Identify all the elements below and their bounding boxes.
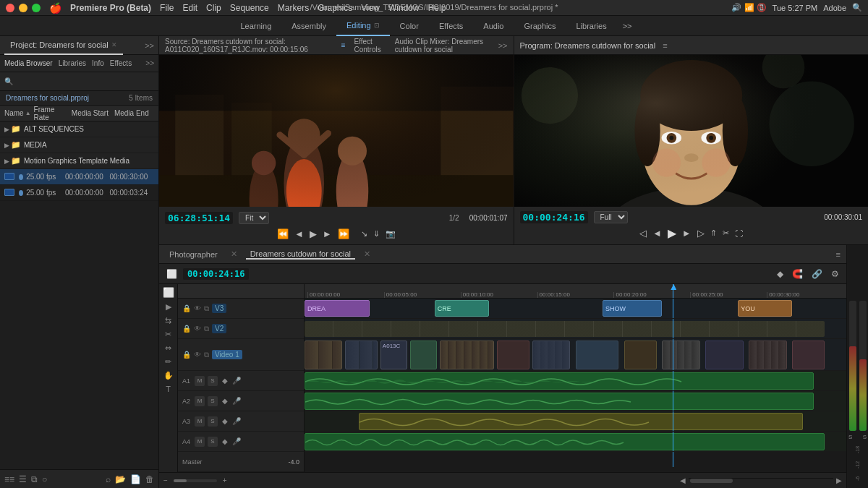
- tab-color[interactable]: Color: [390, 16, 429, 36]
- source-export-btn[interactable]: 📷: [386, 229, 396, 239]
- a2-audio-clip[interactable]: [305, 393, 814, 410]
- list-item[interactable]: ▶ 📁 MEDIA: [0, 137, 158, 153]
- col-end-header[interactable]: Media End: [114, 109, 154, 117]
- a4-mute-btn[interactable]: M: [195, 437, 205, 447]
- menu-sequence[interactable]: Sequence: [230, 3, 269, 13]
- v1-clip-1[interactable]: [305, 341, 342, 369]
- subtab-info[interactable]: Info: [92, 59, 104, 67]
- tl-scroll-left-btn[interactable]: ◀: [680, 476, 686, 484]
- v3-label[interactable]: V3: [212, 304, 226, 313]
- a4-solo-btn[interactable]: S: [208, 437, 218, 447]
- v3-lock-icon[interactable]: 🔒: [182, 304, 191, 312]
- project-tab-close[interactable]: ✕: [111, 41, 117, 48]
- tab-audio[interactable]: Audio: [473, 16, 514, 36]
- v1-clip-7[interactable]: [532, 341, 570, 369]
- v1-label[interactable]: Video 1: [212, 350, 242, 359]
- program-monitor-menu[interactable]: ≡: [663, 41, 667, 50]
- timeline-tab-dreamers[interactable]: Dreamers cutdown for social: [246, 249, 355, 260]
- track-a4-content[interactable]: [305, 432, 846, 452]
- v2-eye-icon[interactable]: 👁: [194, 325, 201, 333]
- v1-clip-4[interactable]: [410, 341, 437, 369]
- v1-clip-5[interactable]: [440, 341, 494, 369]
- tl-snap-btn[interactable]: 🧲: [789, 267, 806, 281]
- clip-show[interactable]: SHOW: [603, 300, 662, 317]
- panel-freeform-btn[interactable]: ⧉: [31, 474, 38, 484]
- tab-graphics[interactable]: Graphics: [514, 16, 566, 36]
- tool-forward[interactable]: ▶: [166, 302, 171, 312]
- tab-assembly[interactable]: Assembly: [281, 16, 336, 36]
- source-overwrite-btn[interactable]: ⇓: [373, 229, 380, 239]
- prog-step-back-btn[interactable]: ◄: [652, 228, 662, 239]
- prog-fullscreen-btn[interactable]: ⛶: [735, 229, 743, 238]
- close-button[interactable]: [6, 4, 14, 12]
- a3-solo-btn[interactable]: S: [208, 416, 218, 427]
- tl-selection-btn[interactable]: ⬜: [163, 267, 180, 281]
- tl-add-marker-btn[interactable]: ◆: [774, 267, 786, 281]
- a1-solo-btn[interactable]: S: [208, 376, 218, 386]
- v1-clip-11[interactable]: [705, 341, 743, 369]
- panel-delete-btn[interactable]: 🗑: [145, 474, 154, 484]
- v1-clip-3[interactable]: A013C: [380, 341, 407, 369]
- source-mark-out-btn[interactable]: ⏩: [338, 228, 349, 239]
- menu-app-name[interactable]: Premiere Pro (Beta): [70, 3, 151, 13]
- timeline-ruler[interactable]: 00:00:00:00 00:00:05:00 00:00:10:00 00:0…: [305, 284, 846, 299]
- a2-target-btn[interactable]: A2: [182, 398, 190, 405]
- tool-hand[interactable]: ✋: [163, 371, 174, 380]
- list-item[interactable]: Photographer 25.00 fps 00:00:00:00 00:00…: [0, 185, 158, 201]
- source-step-back-btn[interactable]: ◄: [294, 228, 304, 239]
- maximize-button[interactable]: [32, 4, 41, 12]
- clip-you[interactable]: YOU: [738, 300, 792, 317]
- prog-step-fwd-btn[interactable]: ►: [682, 228, 692, 239]
- prog-add-marker-btn[interactable]: ◁: [639, 228, 647, 239]
- v1-clip-10[interactable]: [662, 341, 699, 369]
- panel-options-btn[interactable]: >>: [145, 59, 154, 67]
- tl-zoom-out-btn[interactable]: −: [163, 476, 168, 484]
- prog-play-btn[interactable]: ▶: [668, 226, 676, 240]
- workspace-more[interactable]: >>: [617, 22, 638, 30]
- tool-selection[interactable]: ⬜: [163, 287, 174, 298]
- a1-mute-btn[interactable]: M: [195, 376, 205, 386]
- a1-target-btn[interactable]: A1: [182, 377, 190, 385]
- tl-zoom-in-btn[interactable]: +: [223, 476, 227, 484]
- panel-grid-view-btn[interactable]: ☰: [19, 474, 27, 484]
- v1-clip-6[interactable]: [497, 341, 529, 369]
- search-input[interactable]: [16, 77, 154, 86]
- source-step-fwd-btn[interactable]: ►: [323, 228, 332, 239]
- track-a1-content[interactable]: [305, 371, 846, 391]
- tl-horizontal-scrollbar[interactable]: [689, 478, 833, 484]
- v1-eye-icon[interactable]: 👁: [194, 351, 201, 359]
- track-a3-content[interactable]: [305, 411, 846, 432]
- a1-audio-clip[interactable]: [305, 372, 814, 390]
- v2-lock-icon[interactable]: 🔒: [182, 325, 191, 333]
- minimize-button[interactable]: [19, 4, 27, 12]
- tab-learning[interactable]: Learning: [230, 16, 281, 36]
- a3-audio-clip[interactable]: [359, 413, 803, 430]
- tool-pen[interactable]: ✏: [165, 357, 171, 367]
- menu-file[interactable]: File: [160, 3, 174, 13]
- track-a2-content[interactable]: [305, 391, 846, 411]
- apple-logo[interactable]: 🍎: [49, 2, 61, 14]
- v1-clip-8[interactable]: [576, 341, 619, 369]
- panel-automate-btn[interactable]: ○: [42, 474, 47, 484]
- search-icon[interactable]: 🔍: [852, 3, 862, 12]
- v1-sync-icon[interactable]: ⧉: [204, 351, 209, 359]
- clip-drea[interactable]: DREA: [305, 300, 370, 317]
- source-insert-btn[interactable]: ↘: [361, 229, 367, 239]
- a2-mute-btn[interactable]: M: [195, 396, 205, 406]
- v3-sync-icon[interactable]: ⧉: [204, 304, 209, 313]
- v3-eye-icon[interactable]: 👁: [194, 304, 201, 312]
- v1-lock-icon[interactable]: 🔒: [182, 351, 191, 359]
- menu-clip[interactable]: Clip: [206, 3, 221, 13]
- track-v1-content[interactable]: A013C: [305, 339, 846, 371]
- subtab-effects[interactable]: Effects: [110, 59, 132, 67]
- menu-edit[interactable]: Edit: [182, 3, 197, 13]
- tl-zoom-slider[interactable]: [174, 479, 217, 482]
- v2-label[interactable]: V2: [212, 324, 226, 333]
- source-overflow-icon[interactable]: >>: [498, 41, 508, 50]
- tl-link-btn[interactable]: 🔗: [809, 267, 825, 281]
- panel-new-item-btn[interactable]: 📄: [130, 474, 141, 484]
- list-item[interactable]: ▶ 📁 ALT SEQUENCES: [0, 121, 158, 137]
- panel-new-bin-btn[interactable]: 📂: [115, 474, 126, 484]
- source-mark-in-btn[interactable]: ⏪: [277, 228, 289, 239]
- track-v2-content[interactable]: [305, 319, 846, 339]
